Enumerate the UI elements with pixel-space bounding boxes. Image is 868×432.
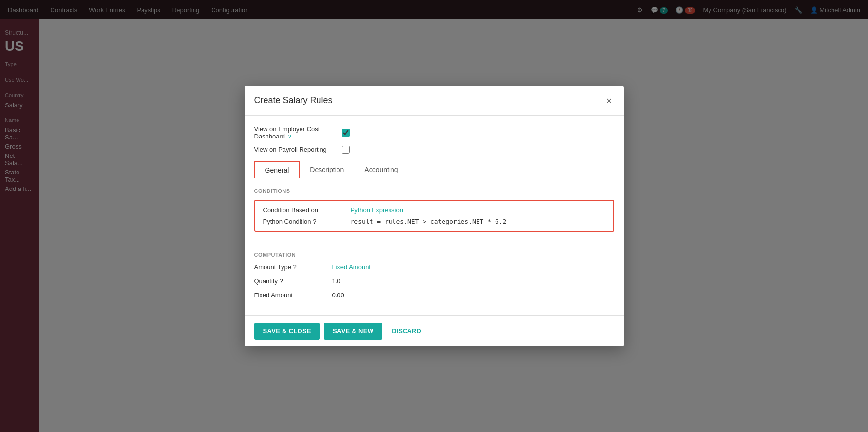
condition-based-on-value[interactable]: Python Expression bbox=[351, 207, 403, 214]
dialog-header: Create Salary Rules × bbox=[245, 86, 624, 116]
quantity-label: Quantity ? bbox=[254, 277, 332, 285]
save-new-button[interactable]: SAVE & NEW bbox=[324, 323, 382, 340]
conditions-box: Condition Based on Python Expression Pyt… bbox=[254, 200, 614, 232]
tab-accounting[interactable]: Accounting bbox=[354, 161, 408, 178]
fixed-amount-label: Fixed Amount bbox=[254, 292, 332, 299]
computation-section-header: COMPUTATION bbox=[254, 252, 614, 258]
amount-type-field: Amount Type ? Fixed Amount bbox=[254, 263, 614, 271]
condition-based-on-row: Condition Based on Python Expression bbox=[263, 207, 605, 214]
tab-description[interactable]: Description bbox=[300, 161, 354, 178]
view-employer-row: View on Employer Cost Dashboard ? bbox=[254, 125, 614, 140]
save-close-button[interactable]: SAVE & CLOSE bbox=[254, 323, 320, 340]
view-employer-checkbox[interactable] bbox=[342, 129, 350, 137]
section-divider bbox=[254, 242, 614, 242]
view-employer-help[interactable]: ? bbox=[288, 134, 291, 139]
python-condition-value[interactable]: result = rules.NET > categories.NET * 6.… bbox=[351, 218, 507, 225]
amount-type-help[interactable]: ? bbox=[293, 263, 297, 271]
python-condition-row: Python Condition ? result = rules.NET > … bbox=[263, 218, 605, 225]
amount-type-label: Amount Type ? bbox=[254, 263, 332, 271]
dialog-tabs: General Description Accounting bbox=[254, 161, 614, 178]
view-payroll-row: View on Payroll Reporting bbox=[254, 146, 614, 154]
fixed-amount-value[interactable]: 0.00 bbox=[332, 292, 344, 299]
python-condition-label: Python Condition ? bbox=[263, 218, 351, 225]
discard-button[interactable]: DISCARD bbox=[386, 323, 426, 340]
dialog-footer: SAVE & CLOSE SAVE & NEW DISCARD bbox=[245, 315, 624, 346]
quantity-help[interactable]: ? bbox=[280, 277, 283, 285]
condition-based-on-label: Condition Based on bbox=[263, 207, 351, 214]
dialog-title: Create Salary Rules bbox=[254, 95, 333, 105]
fixed-amount-field: Fixed Amount 0.00 bbox=[254, 292, 614, 299]
view-payroll-label: View on Payroll Reporting bbox=[254, 146, 342, 153]
dialog-body: View on Employer Cost Dashboard ? View o… bbox=[245, 116, 624, 315]
view-payroll-checkbox[interactable] bbox=[342, 146, 350, 154]
tab-general[interactable]: General bbox=[254, 161, 300, 178]
quantity-value[interactable]: 1.0 bbox=[332, 277, 341, 285]
modal-overlay: Create Salary Rules × View on Employer C… bbox=[0, 0, 868, 432]
create-salary-rules-dialog: Create Salary Rules × View on Employer C… bbox=[245, 86, 624, 346]
quantity-field: Quantity ? 1.0 bbox=[254, 277, 614, 285]
dialog-close-button[interactable]: × bbox=[604, 94, 614, 107]
amount-type-value[interactable]: Fixed Amount bbox=[332, 263, 371, 271]
conditions-section-header: CONDITIONS bbox=[254, 188, 614, 194]
python-condition-help[interactable]: ? bbox=[313, 218, 316, 225]
view-employer-label: View on Employer Cost Dashboard ? bbox=[254, 125, 342, 140]
